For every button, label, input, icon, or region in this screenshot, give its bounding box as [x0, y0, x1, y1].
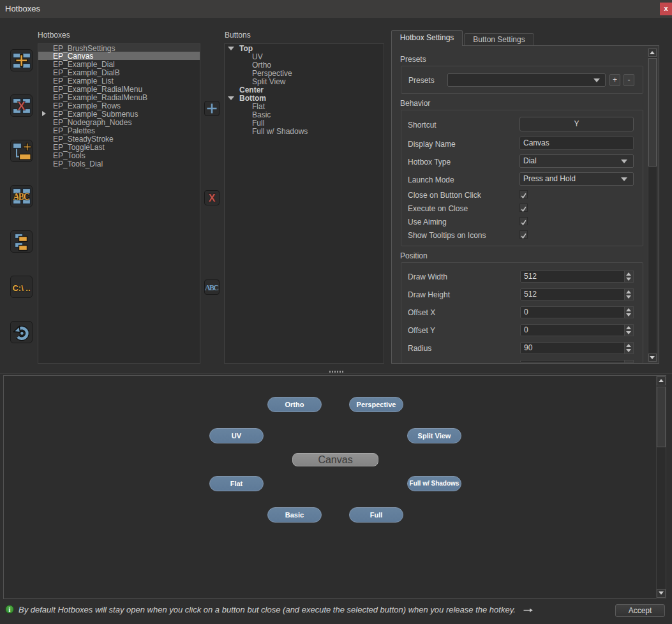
svg-text:X: X	[209, 193, 216, 204]
svg-text:C:\ ..: C:\ ..	[13, 283, 31, 293]
svg-text:ABC: ABC	[205, 283, 219, 292]
svg-text:X: X	[18, 100, 26, 112]
svg-text:ABC: ABC	[13, 192, 30, 202]
